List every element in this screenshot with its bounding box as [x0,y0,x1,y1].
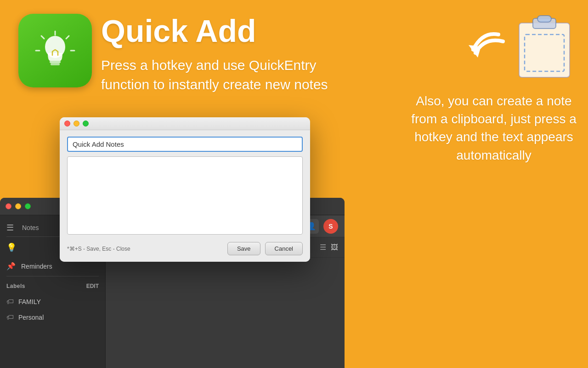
dialog-buttons: Save Cancel [227,242,303,255]
dialog-footer: *⌘+S - Save, Esc - Close Save Cancel [67,242,303,255]
dialog-titlebar [60,117,310,130]
svg-rect-6 [50,61,61,63]
reminder-icon: 📌 [6,262,16,270]
app-close-button[interactable] [6,203,11,209]
clipboard-area [466,14,574,80]
note-title-input[interactable]: Quick Add Notes [67,137,303,152]
maximize-button[interactable] [83,121,89,126]
svg-rect-12 [537,16,551,22]
sidebar-item-personal[interactable]: 🏷 Personal [6,310,99,325]
hero-section: Quick Add Press a hotkey and use QuickEn… [101,14,354,94]
svg-rect-10 [519,23,570,77]
bulb-icon: 💡 [6,242,17,253]
labels-section: Labels EDIT 🏷 FAMILY 🏷 Personal [0,277,105,331]
sidebar-item-family[interactable]: 🏷 FAMILY [6,294,99,310]
note-body-textarea[interactable] [67,156,303,235]
minimize-button[interactable] [74,121,79,126]
dialog-hint: *⌘+S - Save, Esc - Close [67,246,130,252]
labels-header: Labels EDIT [6,283,99,289]
user-avatar[interactable]: S [323,219,338,234]
quick-add-dialog: Quick Add Notes *⌘+S - Save, Esc - Close… [60,117,310,262]
reminders-label: Reminders [21,263,52,270]
app-icon [18,14,92,87]
clipboard-icon [514,14,574,80]
svg-rect-7 [51,63,60,65]
labels-edit-button[interactable]: EDIT [86,283,99,289]
list-tool-button[interactable]: ☰ [320,243,326,252]
sidebar-separator-2 [6,276,99,276]
dialog-content: Quick Add Notes *⌘+S - Save, Esc - Close… [60,130,310,262]
image-tool-button[interactable]: 🖼 [331,243,338,252]
tag-icon-family: 🏷 [6,298,14,306]
arrow-icon [466,28,508,69]
family-label: FAMILY [18,298,41,305]
personal-label: Personal [18,314,44,321]
hero-subtitle: Press a hotkey and use QuickEntry functi… [101,56,354,94]
close-button[interactable] [64,121,70,126]
tag-icon-personal: 🏷 [6,313,14,322]
labels-title: Labels [6,283,25,289]
svg-line-1 [41,36,44,39]
app-minimize-button[interactable] [15,203,21,209]
cancel-button[interactable]: Cancel [265,242,303,255]
svg-line-2 [66,36,69,39]
clipboard-text: Also, you can create a note from a clipb… [404,92,583,164]
hero-title: Quick Add [101,14,354,48]
menu-icon[interactable]: ☰ [6,223,14,233]
app-maximize-button[interactable] [25,203,31,209]
save-button[interactable]: Save [227,242,260,255]
